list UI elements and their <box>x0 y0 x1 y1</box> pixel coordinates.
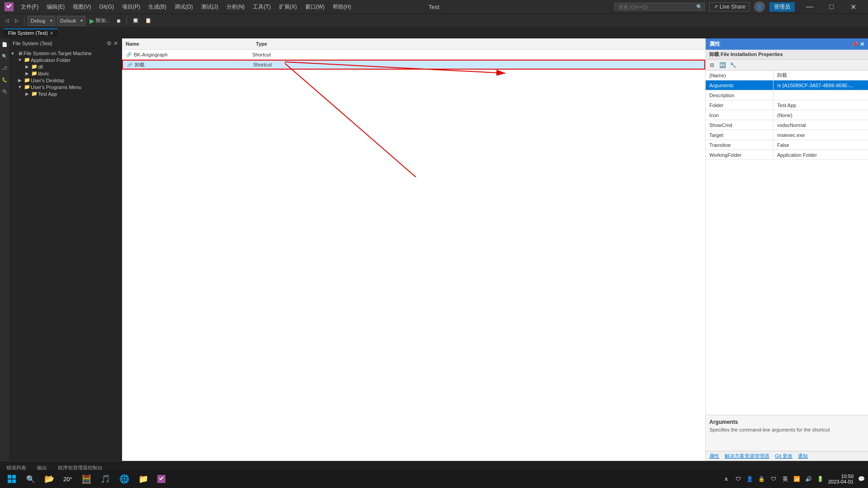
run-button[interactable]: ▶ 附加... <box>87 16 112 26</box>
fs-root: ▼ 🖥 File System on Target Machine ▼ 📁 Ap… <box>9 50 122 97</box>
prop-row-folder[interactable]: Folder Test App <box>706 100 868 110</box>
prop-az-btn[interactable]: 🔤 <box>718 61 727 69</box>
tray-lang-icon[interactable]: 英 <box>781 475 789 483</box>
prop-val-name: 卸载 <box>774 70 868 80</box>
prop-row-showcmd[interactable]: ShowCmd vsdscNormal <box>706 120 868 130</box>
close-button[interactable]: ✕ <box>843 0 863 14</box>
minimize-button[interactable]: — <box>799 0 820 14</box>
redo-button[interactable]: ▷ <box>13 16 21 26</box>
prop-row-description[interactable]: Description <box>706 90 868 100</box>
admin-button[interactable]: 管理员 <box>769 2 795 12</box>
tray-notification-icon[interactable]: 💬 <box>857 475 865 483</box>
tray-wifi-icon[interactable]: 📶 <box>793 475 801 483</box>
prop-row-target[interactable]: Target msiexec.exe <box>706 130 868 140</box>
filesystem-panel: File System (Test) ⚙ ✕ ▼ 🖥 File System o… <box>9 38 122 461</box>
tree-item-libvlc[interactable]: ▶ 📁 libvlc <box>9 70 122 77</box>
menu-edit[interactable]: 编辑(E) <box>43 2 68 12</box>
stop-button[interactable]: ⏹ <box>114 16 123 26</box>
tray-up-icon[interactable]: ∧ <box>722 475 731 483</box>
tree-item-desktop[interactable]: ▶ 📁 User's Desktop <box>9 77 122 84</box>
menu-tools[interactable]: 工具(T) <box>249 2 274 12</box>
tray-vpn-icon[interactable]: 🔒 <box>758 475 766 483</box>
maximize-button[interactable]: □ <box>821 0 842 14</box>
svg-rect-3 <box>12 479 16 483</box>
fs-close-icon[interactable]: ✕ <box>113 40 118 47</box>
tray-antivirus-icon[interactable]: 🛡 <box>734 475 742 483</box>
prop-row-transitive[interactable]: Transitive False <box>706 140 868 150</box>
tree-item-root[interactable]: ▼ 🖥 File System on Target Machine <box>9 50 122 56</box>
start-button[interactable] <box>3 471 21 487</box>
file-type-1: Shortcut <box>252 52 702 57</box>
run-icon: ▶ <box>90 17 94 24</box>
live-share-button[interactable]: ↗ Live Share <box>709 2 750 11</box>
menu-file[interactable]: 文件(F) <box>17 2 42 12</box>
platform-dropdown[interactable]: Default <box>57 16 85 26</box>
search-input[interactable] <box>614 3 705 11</box>
prop-footer-tab-0[interactable]: 属性 <box>709 453 719 460</box>
menu-help[interactable]: 帮助(H) <box>329 2 355 12</box>
filesystem-tab[interactable]: File System (Test) ✕ <box>4 28 58 37</box>
window-controls: — □ ✕ <box>799 0 863 14</box>
config-dropdown[interactable]: Debug <box>28 16 55 26</box>
taskbar-folder-icon: 📁 <box>138 474 148 484</box>
menu-extensions[interactable]: 扩展(X) <box>275 2 301 12</box>
prop-wrench-btn[interactable]: 🔧 <box>728 61 737 69</box>
tool-btn-1[interactable]: 🔲 <box>130 16 141 26</box>
activity-icon-5[interactable]: 🔌 <box>1 88 8 95</box>
tree-item-testapp[interactable]: ▶ 📁 Test App <box>9 90 122 97</box>
prop-footer-tab-3[interactable]: 通知 <box>798 453 808 460</box>
menu-test[interactable]: 测试(J) <box>198 2 222 12</box>
taskbar-explorer-button[interactable]: 📂 <box>41 471 58 487</box>
taskbar-search-button[interactable]: 🔍 <box>23 471 39 487</box>
menu-analyze[interactable]: 分析(N) <box>223 2 249 12</box>
fs-settings-icon[interactable]: ⚙ <box>107 40 112 47</box>
tree-item-dll[interactable]: ▶ 📁 dll <box>9 63 122 70</box>
taskbar-folder-button[interactable]: 📁 <box>135 471 152 487</box>
prop-sort-btn[interactable]: ⊞ <box>708 61 717 69</box>
menu-project[interactable]: 项目(P) <box>118 2 144 12</box>
fs-machine-icon: 🖥 <box>16 51 24 56</box>
prop-desc-text: Specifies the command-line arguments for… <box>709 427 864 432</box>
menu-view[interactable]: 视图(V) <box>69 2 94 12</box>
activity-icon-3[interactable]: ⎇ <box>1 64 8 71</box>
fs-panel-header: File System (Test) ⚙ ✕ <box>9 38 122 48</box>
activity-icon-1[interactable]: 📄 <box>1 41 8 48</box>
taskbar-media-button[interactable]: 🎵 <box>97 471 114 487</box>
prop-row-workingfolder[interactable]: WorkingFolder Application Folder <box>706 150 868 160</box>
vs-logo-icon <box>5 2 14 11</box>
dll-folder-icon: 📁 <box>31 64 38 70</box>
prop-row-icon[interactable]: Icon (None) <box>706 110 868 120</box>
prop-close-icon[interactable]: ✕ <box>860 41 864 47</box>
activity-icon-4[interactable]: 🐛 <box>1 76 8 83</box>
taskbar-chrome-button[interactable]: 🌐 <box>116 471 133 487</box>
menu-debug[interactable]: 调试(D) <box>171 2 197 12</box>
file-row-1[interactable]: 🔗 BK-Angiograph Shortcut <box>122 50 705 60</box>
menu-window[interactable]: 窗口(W) <box>302 2 328 12</box>
prop-row-arguments[interactable]: Arguments /x {A15089CF-3A57-4B86-869E-..… <box>706 80 868 90</box>
tray-sound-icon[interactable]: 🔊 <box>805 475 813 483</box>
prop-pin-icon[interactable]: 📌 <box>851 41 858 47</box>
tree-item-app-folder[interactable]: ▼ 📁 Application Folder <box>9 56 122 63</box>
prop-row-name[interactable]: (Name) 卸载 <box>706 70 868 80</box>
prop-footer-tab-2[interactable]: Git 更改 <box>775 453 793 460</box>
desktop-arrow-icon: ▶ <box>16 78 24 83</box>
user-avatar[interactable]: 👤 <box>754 1 765 12</box>
tray-shield-icon[interactable]: 🛡 <box>769 475 778 483</box>
menu-build[interactable]: 生成(B) <box>145 2 170 12</box>
taskbar-vs-button[interactable] <box>154 471 169 487</box>
tool-btn-2[interactable]: 📋 <box>143 16 154 26</box>
file-row-2[interactable]: 🔗 卸载 Shortcut <box>122 60 705 70</box>
undo-button[interactable]: ◁ <box>3 16 11 26</box>
tree-item-programs[interactable]: ▼ 📁 User's Programs Menu <box>9 84 122 90</box>
tray-user-icon[interactable]: 👤 <box>746 475 754 483</box>
prop-footer-tab-1[interactable]: 解决方案资源管理器 <box>725 453 769 460</box>
tray-battery-icon[interactable]: 🔋 <box>816 475 825 483</box>
taskbar-temp-btn[interactable]: 20° <box>60 471 76 487</box>
activity-icon-2[interactable]: 🔍 <box>1 52 8 60</box>
root-label: File System on Target Machine <box>24 51 92 56</box>
file-name-1: 🔗 BK-Angiograph <box>126 52 252 58</box>
title-bar: 文件(F) 编辑(E) 视图(V) Git(G) 项目(P) 生成(B) 调试(… <box>0 0 868 14</box>
taskbar-calc-button[interactable]: 🧮 <box>78 471 95 487</box>
menu-git[interactable]: Git(G) <box>95 3 118 11</box>
filesystem-tab-close[interactable]: ✕ <box>50 31 53 36</box>
